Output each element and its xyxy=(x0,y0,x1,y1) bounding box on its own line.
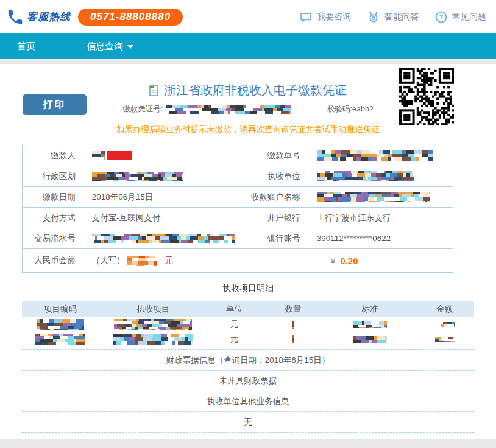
column-header: 标准 xyxy=(325,304,415,315)
voucher-no-redacted xyxy=(166,105,291,114)
redacted-value xyxy=(317,192,430,202)
region-value xyxy=(83,166,236,187)
detail-section-title: 执收项目明细 xyxy=(0,283,496,294)
menu-consult[interactable]: 我要咨询 xyxy=(299,10,351,24)
other-info-value-row: 无 xyxy=(22,412,474,433)
field-label: 银行账号 xyxy=(236,228,308,249)
top-menu: 我要咨询 智能问答 ? 常见问题 xyxy=(299,10,490,24)
detail-table: 项目编码 执收项目 单位 数量 标准 金额 元 元 xyxy=(22,299,474,350)
field-label: 缴款单号 xyxy=(236,145,308,166)
invoice-status-row: 未开具财政票据 xyxy=(22,371,474,391)
column-header: 数量 xyxy=(261,304,325,315)
field-label: 开户银行 xyxy=(236,208,308,228)
warning-text: 如果办理后续业务时提示未缴款，请再次查询该凭证并尝试手动推送凭证 xyxy=(0,124,496,135)
amount-number: 0.20 xyxy=(340,256,358,266)
voucher-no-label: 缴款凭证号: xyxy=(122,104,163,114)
yuan-suffix: 元 xyxy=(165,255,173,265)
amount-numeric-value: ¥ 0.20 xyxy=(236,249,453,273)
collecting-unit-value xyxy=(308,166,453,187)
menu-faq[interactable]: ? 常见问题 xyxy=(434,10,486,24)
redacted-value xyxy=(292,335,294,343)
field-label: 行政区划 xyxy=(23,166,83,187)
menu-smart-qa[interactable]: 智能问答 xyxy=(367,10,419,24)
redacted-value xyxy=(92,151,105,160)
table-row: 元 xyxy=(22,317,474,332)
hotline-label: 客服热线 xyxy=(27,10,71,24)
menu-smart-qa-label: 智能问答 xyxy=(384,12,419,23)
transaction-no-value xyxy=(83,228,236,249)
column-header: 单位 xyxy=(207,304,261,315)
table-row: 交易流水号 银行账号 390112*********0622 xyxy=(23,228,453,249)
payment-info-table: 缴款人 缴款单号 行政区划 执收单位 缴款日期 2018年06月15日 收款账户… xyxy=(22,145,453,273)
hotline-number-badge: 0571-88808880 xyxy=(78,9,183,26)
redacted-value xyxy=(317,171,414,181)
document-icon xyxy=(149,85,159,96)
bank-branch-value: 工行宁波市江东支行 xyxy=(308,208,453,228)
nav-info-query[interactable]: 信息查询 xyxy=(87,41,133,52)
unit-value: 元 xyxy=(207,319,261,330)
redacted-value xyxy=(92,234,235,243)
column-header: 金额 xyxy=(416,304,474,315)
redacted-value xyxy=(35,334,85,345)
invoice-info-row: 财政票据信息（查询日期：2018年6月15日） xyxy=(22,350,474,371)
field-label: 执收单位 xyxy=(236,166,308,187)
redacted-value xyxy=(113,334,193,345)
redacted-value xyxy=(292,321,294,329)
field-label: 收款账户名称 xyxy=(236,187,308,208)
column-header: 执收项目 xyxy=(99,304,207,315)
table-row-amount: 人民币金额 （大写） 元 ¥ 0.20 xyxy=(23,249,453,273)
top-header: 客服热线 0571-88808880 我要咨询 智能问答 xyxy=(0,0,496,33)
table-row: 支付方式 支付宝-互联网支付 开户银行 工行宁波市江东支行 xyxy=(23,208,453,228)
payment-date-value: 2018年06月15日 xyxy=(83,187,236,208)
menu-consult-label: 我要咨询 xyxy=(317,12,351,23)
unit-value: 元 xyxy=(207,334,261,345)
account-name-value xyxy=(308,187,453,208)
field-label: 人民币金额 xyxy=(23,249,83,273)
voucher-page: 打印 浙江省政府非税收入电子缴款凭证 缴款凭证号: 校验码:eabb2 如果办理… xyxy=(0,64,496,448)
redacted-value xyxy=(92,172,183,181)
field-label: 交易流水号 xyxy=(23,228,83,249)
table-row: 缴款人 缴款单号 xyxy=(23,145,453,166)
field-label: 缴款日期 xyxy=(23,187,83,208)
payment-no-value xyxy=(308,145,453,166)
check-code: 校验码:eabb2 xyxy=(327,104,374,114)
detail-table-header: 项目编码 执收项目 单位 数量 标准 金额 xyxy=(22,301,474,317)
main-nav: 首页 信息查询 xyxy=(0,33,496,59)
redacted-red-block xyxy=(107,151,132,160)
page-title: 浙江省政府非税收入电子缴款凭证 xyxy=(164,82,347,99)
redacted-value xyxy=(114,319,192,330)
table-row: 元 xyxy=(22,332,474,346)
table-row: 缴款日期 2018年06月15日 收款账户名称 xyxy=(23,187,453,208)
phone-icon xyxy=(6,8,24,26)
print-button[interactable]: 打印 xyxy=(23,94,87,115)
chat-bubble-icon xyxy=(299,10,313,24)
redacted-value xyxy=(435,337,455,342)
field-label: 支付方式 xyxy=(23,208,83,228)
redacted-value xyxy=(435,322,455,327)
redacted-value xyxy=(37,319,84,330)
currency-symbol: ¥ xyxy=(331,256,336,266)
payer-value xyxy=(83,145,236,166)
nav-info-query-label: 信息查询 xyxy=(87,41,123,52)
redacted-value xyxy=(317,150,433,161)
chevron-down-icon xyxy=(127,45,133,49)
table-row: 行政区划 执收单位 xyxy=(23,166,453,187)
bank-account-value: 390112*********0622 xyxy=(308,228,453,249)
redacted-value xyxy=(353,336,387,343)
redacted-value xyxy=(353,321,387,328)
amount-uppercase-value: （大写） 元 xyxy=(83,249,236,273)
menu-faq-label: 常见问题 xyxy=(452,12,486,23)
nav-home[interactable]: 首页 xyxy=(17,41,35,52)
question-circle-icon: ? xyxy=(434,10,448,24)
qr-code xyxy=(399,68,454,125)
svg-text:?: ? xyxy=(439,13,444,21)
other-info-title-row: 执收单位其他业务信息 xyxy=(22,391,474,412)
divider-strip xyxy=(0,59,496,64)
footer-strip xyxy=(0,439,496,448)
pay-method-value: 支付宝-互联网支付 xyxy=(83,208,236,228)
column-header: 项目编码 xyxy=(22,304,99,315)
field-label: 缴款人 xyxy=(23,145,83,166)
robot-icon xyxy=(367,10,380,24)
redacted-value xyxy=(127,256,157,266)
